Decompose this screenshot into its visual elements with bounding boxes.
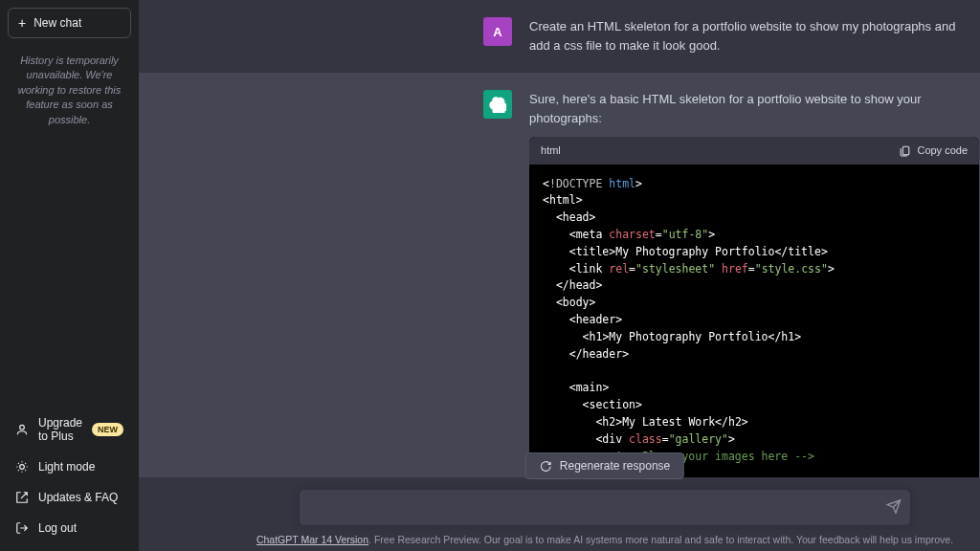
person-icon <box>15 423 29 436</box>
history-unavailable-notice: History is temporarily unavailable. We'r… <box>8 54 131 127</box>
svg-point-1 <box>20 465 25 470</box>
code-block-header: html Copy code <box>529 137 979 165</box>
regenerate-button[interactable]: Regenerate response <box>525 452 684 479</box>
sidebar-item-light-mode[interactable]: Light mode <box>8 452 131 482</box>
sidebar-item-updates[interactable]: Updates & FAQ <box>8 482 131 513</box>
sidebar-item-logout[interactable]: Log out <box>8 513 131 543</box>
light-mode-label: Light mode <box>38 460 95 474</box>
copy-code-label: Copy code <box>917 143 968 159</box>
assistant-intro-text: Sure, here's a basic HTML skeleton for a… <box>529 90 979 127</box>
upgrade-label: Upgrade to Plus <box>38 416 82 443</box>
main-panel: A Create an HTML skeleton for a portfoli… <box>139 0 980 551</box>
updates-label: Updates & FAQ <box>38 491 118 504</box>
new-badge: NEW <box>92 423 123 436</box>
sidebar-item-upgrade[interactable]: Upgrade to Plus NEW <box>8 408 131 452</box>
plus-icon: + <box>18 16 26 30</box>
message-assistant: Sure, here's a basic HTML skeleton for a… <box>139 73 980 477</box>
new-chat-label: New chat <box>33 16 81 30</box>
composer-area: Regenerate response ChatGPT Mar 14 Versi… <box>139 477 980 551</box>
user-avatar: A <box>483 17 512 46</box>
chat-input[interactable] <box>299 489 911 526</box>
sun-icon <box>15 460 29 474</box>
assistant-avatar <box>483 90 512 119</box>
code-block: html Copy code <!DOCTYPE html> <html> <h… <box>529 137 979 477</box>
user-message-text: Create an HTML skeleton for a portfolio … <box>529 17 980 55</box>
logout-label: Log out <box>38 521 77 535</box>
message-user: A Create an HTML skeleton for a portfoli… <box>139 0 980 73</box>
conversation-scroll[interactable]: A Create an HTML skeleton for a portfoli… <box>139 0 980 477</box>
copy-code-button[interactable]: Copy code <box>899 143 968 159</box>
regenerate-label: Regenerate response <box>560 459 670 473</box>
sidebar: + New chat History is temporarily unavai… <box>0 0 139 551</box>
refresh-icon <box>540 460 552 473</box>
svg-point-0 <box>20 425 25 430</box>
svg-rect-2 <box>903 146 910 155</box>
version-link[interactable]: ChatGPT Mar 14 Version <box>256 534 368 545</box>
code-content[interactable]: <!DOCTYPE html> <html> <head> <meta char… <box>529 165 979 478</box>
code-lang-label: html <box>541 143 561 159</box>
new-chat-button[interactable]: + New chat <box>8 8 131 38</box>
logout-icon <box>15 521 29 535</box>
send-button[interactable] <box>886 498 902 517</box>
footer-disclaimer: ChatGPT Mar 14 Version. Free Research Pr… <box>139 534 980 545</box>
external-link-icon <box>15 491 29 504</box>
clipboard-icon <box>899 144 911 157</box>
send-icon <box>886 498 902 514</box>
